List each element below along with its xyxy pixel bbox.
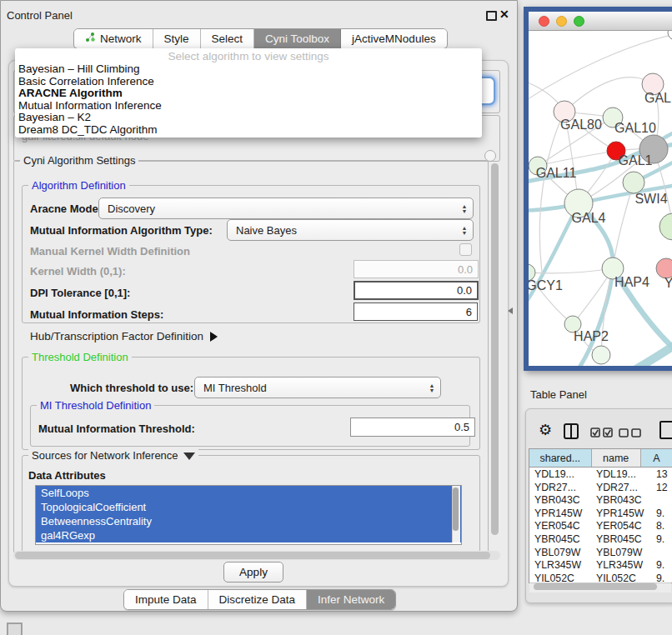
checked-boxes-icon[interactable] — [590, 428, 614, 438]
which-threshold-value: MI Threshold — [195, 382, 425, 394]
network-edge — [564, 78, 653, 112]
node-label: GAL11 — [536, 166, 577, 180]
attribute-list-item[interactable]: SelfLoops — [36, 486, 461, 500]
table-row[interactable]: YER054CYER054C8. — [529, 519, 672, 532]
table-cell: 9. — [656, 572, 664, 583]
table-cell: YPR145W — [534, 508, 582, 519]
tab-jactivemnodules[interactable]: jActiveMNodules — [341, 29, 447, 48]
data-attributes-list: SelfLoopsTopologicalCoefficientBetweenne… — [35, 485, 462, 545]
float-window-icon[interactable] — [486, 11, 497, 21]
mi-type-label: Mutual Information Algorithm Type: — [30, 224, 213, 237]
aracne-mode-label: Aracne Mode: — [30, 202, 102, 215]
table-cell: YBL079W — [596, 547, 642, 558]
tab-impute-data[interactable]: Impute Data — [124, 590, 208, 609]
expander-right-icon — [210, 332, 218, 342]
table-row[interactable]: YPR145WYPR145W9. — [529, 507, 672, 520]
mi-threshold-label: Mutual Information Threshold: — [38, 422, 195, 435]
attribute-list-item[interactable]: TopologicalCoefficient — [36, 500, 461, 514]
combo-arrows-icon: ▲▼ — [458, 226, 473, 235]
network-node[interactable] — [668, 31, 672, 40]
dock-icon[interactable] — [7, 622, 23, 635]
which-threshold-combobox[interactable]: MI Threshold ▲▼ — [194, 377, 441, 398]
zoom-traffic-light-icon[interactable] — [574, 16, 584, 27]
algorithm-option[interactable]: Bayesian – Hill Climbing — [15, 63, 482, 76]
tab-select[interactable]: Select — [201, 29, 255, 48]
table-row[interactable]: YDR27...YDR27...12 — [529, 481, 672, 494]
table-cell: YBR043C — [534, 494, 580, 506]
close-traffic-light-icon[interactable] — [539, 16, 549, 27]
attributes-vertical-scrollbar[interactable] — [453, 488, 459, 531]
which-threshold-label: Which threshold to use: — [70, 382, 193, 394]
table-cell: 12 — [656, 482, 668, 493]
tab-discretize-data[interactable]: Discretize Data — [208, 590, 308, 609]
column-header-2[interactable]: name — [592, 449, 641, 467]
tab-infer-network[interactable]: Infer Network — [307, 590, 395, 609]
network-node-swi4[interactable] — [623, 172, 644, 193]
table-cell: YDL19... — [534, 468, 574, 480]
tab-label: Discretize Data — [219, 590, 296, 609]
algorithm-placeholder: Select algorithm to view settings — [15, 49, 482, 63]
algorithm-definition-title: Algorithm Definition — [28, 179, 129, 192]
split-divider-arrow[interactable] — [508, 308, 513, 314]
column-header-3[interactable]: A — [641, 449, 672, 467]
cyni-algorithm-settings-title: Cyni Algorithm Settings — [20, 154, 138, 167]
minimize-traffic-light-icon[interactable] — [556, 16, 567, 27]
settings-vertical-scrollbar[interactable] — [491, 163, 499, 535]
apply-button[interactable]: Apply — [223, 562, 283, 582]
table-cell: YDL19... — [596, 468, 636, 480]
table-row[interactable]: YDL19...YDL19...13 — [529, 468, 672, 481]
mi-steps-label: Mutual Information Steps: — [30, 308, 163, 321]
sources-expander[interactable]: Sources for Network Inference — [28, 449, 198, 462]
threshold-definition-title: Threshold Definition — [28, 351, 132, 363]
table-row[interactable]: YLR345WYLR345W9. — [529, 558, 672, 572]
kernel-width-field[interactable]: 0.0 — [354, 260, 479, 278]
mi-threshold-field[interactable]: 0.5 — [350, 418, 475, 437]
network-node[interactable] — [592, 346, 610, 364]
combo-arrows-icon: ▲▼ — [458, 204, 473, 213]
aracne-mode-combobox[interactable]: Discovery ▲▼ — [98, 198, 474, 219]
algorithm-popup-list: Bayesian – Hill ClimbingBasic Correlatio… — [15, 63, 482, 137]
table-cell: 9. — [656, 559, 664, 571]
table-cell: YBR045C — [596, 533, 642, 545]
hub-factor-expander[interactable]: Hub/Transcription Factor Definition — [30, 330, 218, 342]
unchecked-boxes-icon[interactable] — [619, 428, 642, 438]
algorithm-option[interactable]: ARACNE Algorithm — [15, 88, 482, 100]
network-edge — [539, 112, 564, 272]
algorithm-option[interactable]: Basic Correlation Inference — [15, 76, 482, 88]
algorithm-option[interactable]: Bayesian – K2 — [15, 112, 482, 124]
columns-icon[interactable] — [564, 423, 579, 439]
document-icon[interactable] — [659, 421, 672, 439]
table-cell: YBL079W — [534, 547, 580, 558]
aracne-mode-value: Discovery — [99, 202, 458, 215]
table-cell: 8. — [656, 520, 664, 532]
table-row[interactable]: YBL079WYBL079W — [529, 546, 672, 559]
network-window-titlebar[interactable] — [529, 12, 672, 31]
manual-kernel-checkbox[interactable] — [459, 243, 472, 256]
table-row[interactable]: YBR043CYBR043C — [529, 493, 672, 507]
network-node[interactable] — [659, 213, 672, 240]
gear-icon[interactable]: ⚙ — [539, 422, 552, 438]
mi-type-combobox[interactable]: Naive Bayes ▲▼ — [227, 219, 474, 241]
network-canvas[interactable]: GALGAL80GAL10GAL1GAL11SWI4GAL4GCY1HAP4YH… — [529, 31, 672, 366]
table-cell: 9. — [656, 533, 664, 545]
dpi-tolerance-field[interactable]: 0.0 — [354, 281, 479, 300]
algorithm-option[interactable]: Mutual Information Inference — [15, 100, 482, 112]
mi-steps-field[interactable]: 6 — [354, 302, 478, 321]
tab-cyni-toolbox[interactable]: Cyni Toolbox — [254, 29, 341, 48]
table-cell: YDR27... — [534, 482, 576, 493]
algorithm-option[interactable]: Dream8 DC_TDC Algorithm — [15, 124, 482, 137]
attribute-list-item[interactable]: BetweennessCentrality — [36, 514, 461, 528]
table-row[interactable]: YIL052CYIL052C9. — [529, 572, 672, 583]
node-table[interactable]: shared...nameA YDL19...YDL19...13YDR27..… — [529, 448, 672, 583]
close-icon[interactable]: ✕ — [499, 8, 509, 21]
column-header-1[interactable]: shared... — [529, 449, 592, 467]
tab-style[interactable]: Style — [153, 29, 201, 48]
node-label: GAL1 — [619, 153, 653, 168]
attribute-list-item[interactable]: gal4RGexp — [36, 528, 461, 542]
table-row[interactable]: YBR045CYBR045C9. — [529, 532, 672, 546]
screen: Control Panel ✕ NetworkStyleSelectCyni T… — [0, 0, 672, 635]
settings-horizontal-scrollbar[interactable] — [15, 552, 490, 559]
tab-network[interactable]: Network — [74, 29, 153, 48]
table-cell: YDR27... — [596, 482, 638, 493]
table-horizontal-scrollbar[interactable] — [534, 583, 657, 590]
